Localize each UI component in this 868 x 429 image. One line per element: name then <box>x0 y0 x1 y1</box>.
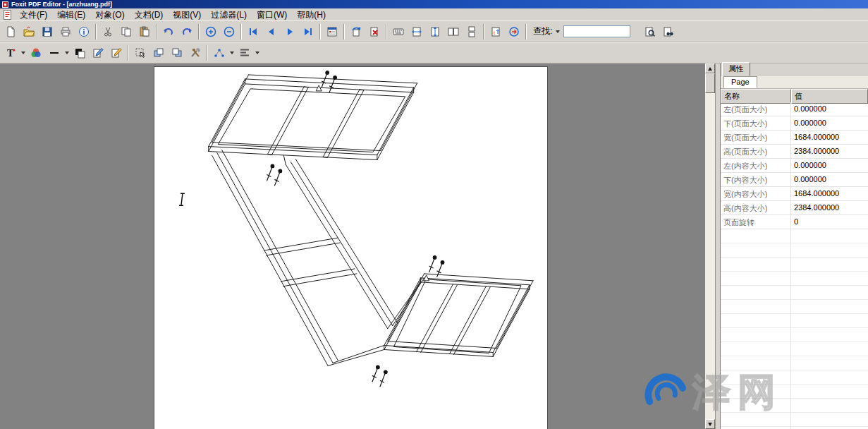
up-arrow-icon <box>708 67 712 71</box>
pdf-page[interactable] <box>154 66 548 429</box>
copy-icon <box>121 26 132 37</box>
fit-page-button[interactable] <box>426 23 444 40</box>
last-page-button[interactable] <box>299 23 317 40</box>
text-tool-button[interactable]: T <box>1 44 20 61</box>
zoom-out-button[interactable] <box>220 23 238 40</box>
rotate-page-button[interactable] <box>347 23 365 40</box>
fill-color-icon <box>74 47 85 59</box>
prop-value[interactable]: 2384.000000 <box>791 201 868 215</box>
keyboard-button[interactable] <box>389 23 408 40</box>
menu-edit[interactable]: 编辑(E) <box>52 9 90 20</box>
continuous-view-button[interactable] <box>463 23 481 40</box>
prop-value[interactable]: 1684.000000 <box>791 187 868 201</box>
menu-filter[interactable]: 过滤器(L) <box>206 9 252 20</box>
scissors-icon <box>102 26 114 37</box>
text-tool-dropdown[interactable] <box>21 52 25 54</box>
node-tool-button[interactable] <box>210 44 228 61</box>
redo-button[interactable] <box>178 23 196 40</box>
edit-object-button[interactable] <box>89 44 107 61</box>
paste-button[interactable] <box>135 23 154 40</box>
prop-value[interactable]: 0.000000 <box>791 116 868 131</box>
arrange-front-button[interactable] <box>149 44 168 61</box>
find-input[interactable] <box>563 25 630 37</box>
prop-value[interactable]: 0 <box>791 215 868 229</box>
panel-splitter[interactable] <box>715 64 721 429</box>
undo-button[interactable] <box>159 23 178 40</box>
menu-bar: 文件(F) 编辑(E) 对象(O) 文档(D) 视图(V) 过滤器(L) 窗口(… <box>0 8 868 20</box>
tools-button[interactable] <box>186 44 204 61</box>
open-button[interactable] <box>20 23 38 40</box>
doc-properties-button[interactable] <box>75 23 93 40</box>
delete-page-button[interactable] <box>365 23 384 40</box>
copy-button[interactable] <box>117 23 135 40</box>
title-bar[interactable]: Foxit PDF Editor - [anzhuang.pdf] <box>0 0 868 8</box>
align-button[interactable] <box>236 44 254 61</box>
color-wheel-button[interactable] <box>27 44 45 61</box>
line-tool-dropdown[interactable] <box>65 52 69 54</box>
prop-value[interactable]: 1684.000000 <box>791 131 868 145</box>
prop-value[interactable]: 0.000000 <box>791 173 868 187</box>
table-row[interactable]: 左(内容大小)0.000000 <box>721 159 868 173</box>
extract-text-button[interactable]: t <box>487 23 505 40</box>
table-row[interactable]: 下(内容大小)0.000000 <box>721 173 868 187</box>
tab-properties[interactable]: 属性 <box>722 62 750 76</box>
table-row[interactable]: 高(页面大小)2384.000000 <box>721 145 868 159</box>
table-row[interactable]: 页面旋转0 <box>721 215 868 229</box>
fit-page-icon <box>429 26 441 37</box>
zoom-in-button[interactable] <box>202 23 220 40</box>
two-page-view-button[interactable] <box>444 23 463 40</box>
menu-window[interactable]: 窗口(W) <box>252 9 292 20</box>
find-next-button[interactable] <box>659 23 678 40</box>
open-folder-icon <box>23 26 35 37</box>
fill-color-button[interactable] <box>71 44 89 61</box>
vertical-scrollbar[interactable] <box>705 64 715 429</box>
zoom-out-icon <box>224 26 235 37</box>
print-button[interactable] <box>56 23 75 40</box>
link-button[interactable] <box>505 23 523 40</box>
menu-view[interactable]: 视图(V) <box>168 9 206 20</box>
node-tool-dropdown[interactable] <box>230 52 234 54</box>
new-button[interactable] <box>1 23 20 40</box>
arrange-front-icon <box>153 47 164 59</box>
extract-text-icon: t <box>490 26 501 37</box>
properties-empty-area <box>721 229 868 429</box>
prop-name: 高(页面大小) <box>721 145 791 159</box>
prop-value[interactable]: 2384.000000 <box>791 145 868 159</box>
next-page-button[interactable] <box>281 23 299 40</box>
prop-value[interactable]: 0.000000 <box>791 102 868 116</box>
select-tool-button[interactable] <box>131 44 149 61</box>
prev-page-button[interactable] <box>262 23 281 40</box>
edit-page-button[interactable] <box>107 44 126 61</box>
table-row[interactable]: 高(内容大小)2384.000000 <box>721 201 868 215</box>
find-in-document-button[interactable] <box>641 23 659 40</box>
align-dropdown[interactable] <box>255 52 259 54</box>
scrollbar-track[interactable] <box>705 93 715 419</box>
table-row[interactable]: 宽(页面大小)1684.000000 <box>721 131 868 145</box>
arrange-back-icon <box>171 47 183 59</box>
menu-object[interactable]: 对象(O) <box>90 9 129 20</box>
toolbar-separator <box>156 24 157 40</box>
fit-width-button[interactable] <box>408 23 426 40</box>
scroll-down-button[interactable] <box>705 419 715 429</box>
tab-page[interactable]: Page <box>723 76 757 88</box>
prop-value[interactable]: 0.000000 <box>791 159 868 173</box>
save-button[interactable] <box>38 23 56 40</box>
search-document-icon <box>644 26 656 37</box>
arrange-back-button[interactable] <box>168 44 186 61</box>
text-caret <box>179 193 185 205</box>
table-row[interactable]: 左(页面大小)0.000000 <box>721 102 868 116</box>
scroll-up-button[interactable] <box>705 64 715 73</box>
prop-name: 宽(页面大小) <box>721 131 791 145</box>
tools-icon <box>190 47 201 59</box>
scrollbar-thumb[interactable] <box>705 73 715 93</box>
menu-file[interactable]: 文件(F) <box>15 9 52 20</box>
menu-help[interactable]: 帮助(H) <box>292 9 331 20</box>
page-thumbnail-button[interactable] <box>323 23 341 40</box>
first-page-button[interactable] <box>244 23 262 40</box>
line-tool-button[interactable] <box>45 44 63 61</box>
menu-document[interactable]: 文档(D) <box>130 9 169 20</box>
table-row[interactable]: 下(页面大小)0.000000 <box>721 116 868 131</box>
table-row[interactable]: 宽(内容大小)1684.000000 <box>721 187 868 201</box>
cut-button[interactable] <box>99 23 117 40</box>
find-dropdown-arrow[interactable] <box>556 30 560 33</box>
